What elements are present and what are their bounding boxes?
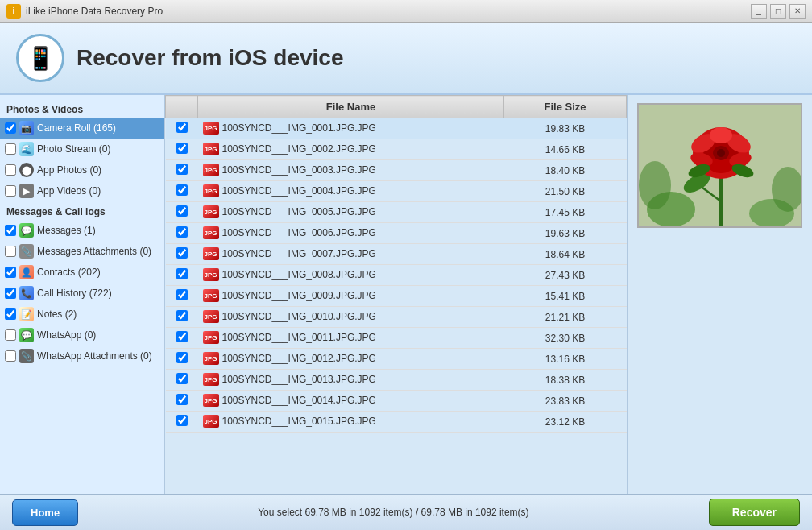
file-icon: JPG	[203, 164, 219, 176]
app-photos-icon: ⬤	[19, 163, 34, 177]
svg-point-18	[639, 161, 671, 209]
minimize-button[interactable]: ⎯	[751, 4, 767, 19]
main-content: Photos & Videos 📷 Camera Roll (165) 🌊 Ph…	[0, 95, 812, 494]
col-filesize[interactable]: File Size	[504, 96, 627, 118]
header: 📱 Recover from iOS device	[0, 23, 812, 95]
table-row[interactable]: JPG100SYNCD___IMG_0014.JPG.JPG23.83 KB	[166, 391, 627, 412]
file-size: 19.83 KB	[504, 118, 627, 139]
row-checkbox[interactable]	[176, 373, 188, 384]
sidebar-item-whatsapp[interactable]: 💬 WhatsApp (0)	[0, 325, 164, 346]
app-videos-checkbox[interactable]	[5, 185, 16, 197]
file-name: 100SYNCD___IMG_0006.JPG.JPG	[222, 227, 376, 238]
sidebar-item-notes[interactable]: 📝 Notes (2)	[0, 304, 164, 325]
sidebar-item-messages[interactable]: 💬 Messages (1)	[0, 220, 164, 241]
app-videos-label: App Videos (0)	[37, 185, 101, 197]
status-text: You select 69.78 MB in 1092 item(s) / 69…	[78, 507, 709, 518]
row-checkbox[interactable]	[176, 226, 188, 238]
messages-checkbox[interactable]	[5, 225, 16, 236]
table-row[interactable]: JPG100SYNCD___IMG_0003.JPG.JPG18.40 KB	[166, 160, 627, 181]
msg-attach-checkbox[interactable]	[5, 246, 16, 257]
camera-roll-checkbox[interactable]	[5, 122, 16, 134]
table-row[interactable]: JPG100SYNCD___IMG_0005.JPG.JPG17.45 KB	[166, 202, 627, 223]
notes-checkbox[interactable]	[5, 308, 16, 320]
file-size: 21.50 KB	[504, 181, 627, 202]
file-table-container[interactable]: File Name File Size JPG100SYNCD___IMG_00…	[165, 95, 627, 494]
file-size: 18.40 KB	[504, 160, 627, 181]
sidebar-item-call-history[interactable]: 📞 Call History (722)	[0, 283, 164, 304]
file-icon: JPG	[203, 205, 219, 218]
messages-label: Messages (1)	[37, 225, 96, 236]
file-icon: JPG	[203, 415, 219, 428]
file-size: 23.12 KB	[504, 412, 627, 433]
table-row[interactable]: JPG100SYNCD___IMG_0012.JPG.JPG13.16 KB	[166, 349, 627, 370]
table-row[interactable]: JPG100SYNCD___IMG_0010.JPG.JPG21.21 KB	[166, 307, 627, 328]
file-icon: JPG	[203, 352, 219, 365]
row-checkbox[interactable]	[176, 289, 188, 300]
app-photos-checkbox[interactable]	[5, 164, 16, 176]
file-icon: JPG	[203, 268, 219, 281]
contacts-checkbox[interactable]	[5, 267, 16, 278]
file-icon: JPG	[203, 310, 219, 323]
row-checkbox[interactable]	[176, 205, 188, 217]
table-row[interactable]: JPG100SYNCD___IMG_0011.JPG.JPG32.30 KB	[166, 328, 627, 349]
svg-point-8	[710, 127, 732, 143]
restore-button[interactable]: ◻	[770, 4, 786, 19]
row-checkbox[interactable]	[176, 331, 188, 342]
row-checkbox[interactable]	[176, 184, 188, 196]
table-row[interactable]: JPG100SYNCD___IMG_0009.JPG.JPG15.41 KB	[166, 286, 627, 307]
recover-button[interactable]: Recover	[709, 499, 800, 526]
close-button[interactable]: ✕	[789, 4, 806, 19]
row-checkbox[interactable]	[176, 247, 188, 259]
row-checkbox[interactable]	[176, 415, 188, 426]
row-checkbox[interactable]	[176, 268, 188, 279]
col-check	[166, 96, 198, 118]
file-icon: JPG	[203, 373, 219, 386]
table-row[interactable]: JPG100SYNCD___IMG_0015.JPG.JPG23.12 KB	[166, 412, 627, 433]
table-row[interactable]: JPG100SYNCD___IMG_0007.JPG.JPG18.64 KB	[166, 244, 627, 265]
whatsapp-attach-label: WhatsApp Attachments (0)	[37, 350, 152, 362]
app-videos-icon: ▶	[19, 184, 34, 198]
whatsapp-checkbox[interactable]	[5, 329, 16, 341]
whatsapp-icon: 💬	[19, 328, 34, 342]
sidebar-item-app-videos[interactable]: ▶ App Videos (0)	[0, 180, 164, 201]
table-row[interactable]: JPG100SYNCD___IMG_0001.JPG.JPG19.83 KB	[166, 118, 627, 139]
home-button[interactable]: Home	[12, 499, 78, 526]
row-checkbox[interactable]	[176, 394, 188, 405]
sidebar-item-app-photos[interactable]: ⬤ App Photos (0)	[0, 159, 164, 180]
table-row[interactable]: JPG100SYNCD___IMG_0004.JPG.JPG21.50 KB	[166, 181, 627, 202]
file-name: 100SYNCD___IMG_0005.JPG.JPG	[222, 206, 376, 217]
window-controls: ⎯ ◻ ✕	[751, 4, 806, 19]
sidebar-item-photo-stream[interactable]: 🌊 Photo Stream (0)	[0, 139, 164, 159]
header-icon: 📱	[16, 34, 64, 82]
table-row[interactable]: JPG100SYNCD___IMG_0002.JPG.JPG14.66 KB	[166, 139, 627, 160]
section-photos-videos: Photos & Videos	[0, 99, 164, 118]
file-icon: JPG	[203, 122, 219, 135]
file-icon: JPG	[203, 331, 219, 344]
camera-icon: 📷	[19, 121, 34, 135]
table-row[interactable]: JPG100SYNCD___IMG_0008.JPG.JPG27.43 KB	[166, 265, 627, 286]
sidebar-item-camera-roll[interactable]: 📷 Camera Roll (165)	[0, 118, 164, 139]
table-row[interactable]: JPG100SYNCD___IMG_0013.JPG.JPG18.38 KB	[166, 370, 627, 391]
row-checkbox[interactable]	[176, 164, 188, 175]
photo-stream-checkbox[interactable]	[5, 143, 16, 155]
sidebar-item-whatsapp-attachments[interactable]: 📎 WhatsApp Attachments (0)	[0, 346, 164, 366]
section-messages-calllogs: Messages & Call logs	[0, 201, 164, 220]
file-name: 100SYNCD___IMG_0014.JPG.JPG	[222, 395, 376, 406]
call-history-checkbox[interactable]	[5, 288, 16, 299]
col-filename[interactable]: File Name	[198, 96, 504, 118]
sidebar-item-contacts[interactable]: 👤 Contacts (202)	[0, 262, 164, 283]
row-checkbox[interactable]	[176, 352, 188, 363]
whatsapp-attach-checkbox[interactable]	[5, 350, 16, 362]
row-checkbox[interactable]	[176, 310, 188, 321]
file-name: 100SYNCD___IMG_0007.JPG.JPG	[222, 248, 376, 259]
file-size: 14.66 KB	[504, 139, 627, 160]
photo-stream-icon: 🌊	[19, 142, 34, 156]
photo-stream-label: Photo Stream (0)	[37, 143, 110, 155]
notes-label: Notes (2)	[37, 308, 77, 320]
row-checkbox[interactable]	[176, 122, 188, 133]
file-size: 32.30 KB	[504, 328, 627, 349]
file-size: 18.38 KB	[504, 370, 627, 391]
row-checkbox[interactable]	[176, 143, 188, 154]
sidebar-item-messages-attachments[interactable]: 📎 Messages Attachments (0)	[0, 241, 164, 262]
table-row[interactable]: JPG100SYNCD___IMG_0006.JPG.JPG19.63 KB	[166, 223, 627, 244]
